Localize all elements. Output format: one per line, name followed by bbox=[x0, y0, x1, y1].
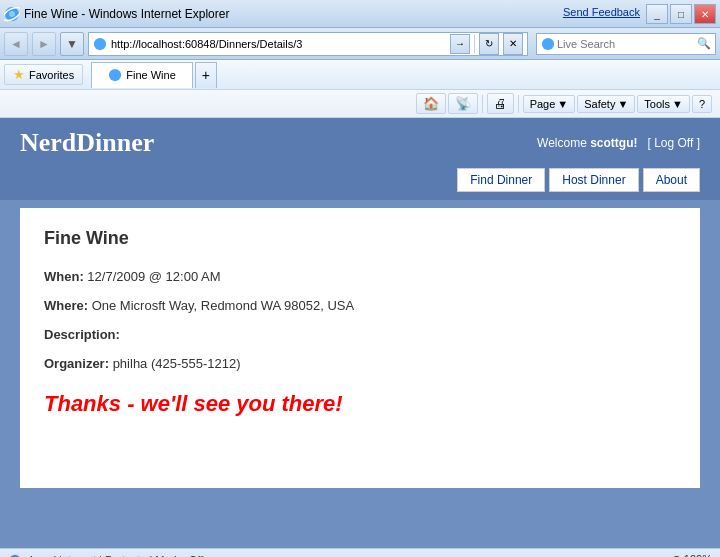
ie-search-icon bbox=[541, 37, 555, 51]
status-bar: i Local intranet | Protected Mode: Off ⊕… bbox=[0, 548, 720, 557]
help-label: ? bbox=[699, 98, 705, 110]
toolbar-separator-2 bbox=[518, 95, 519, 113]
when-label: When: bbox=[44, 269, 84, 284]
navigation-bar: ◄ ► ▼ → ↻ ✕ 🔍 bbox=[0, 28, 720, 60]
when-value: 12/7/2009 @ 12:00 AM bbox=[87, 269, 220, 284]
address-bar: → ↻ ✕ bbox=[88, 32, 528, 56]
site-title: NerdDinner bbox=[20, 128, 154, 158]
tab-bar: Fine Wine + bbox=[91, 62, 716, 88]
protected-mode-icon: i bbox=[8, 553, 22, 558]
tools-menu-btn[interactable]: Tools ▼ bbox=[637, 95, 690, 113]
site-header: NerdDinner Welcome scottgu! [ Log Off ] bbox=[0, 118, 720, 168]
tools-label: Tools bbox=[644, 98, 670, 110]
rss-icon-btn[interactable]: 📡 bbox=[448, 93, 478, 114]
safety-label: Safety bbox=[584, 98, 615, 110]
svg-point-3 bbox=[94, 37, 106, 49]
where-label: Where: bbox=[44, 298, 88, 313]
username: scottgu! bbox=[590, 136, 637, 150]
title-bar: Fine Wine - Windows Internet Explorer Se… bbox=[0, 0, 720, 28]
host-dinner-button[interactable]: Host Dinner bbox=[549, 168, 638, 192]
dinner-title: Fine Wine bbox=[44, 228, 676, 249]
tab-fine-wine[interactable]: Fine Wine bbox=[91, 62, 193, 88]
tab-ie-icon bbox=[108, 68, 122, 82]
dinner-card: Fine Wine When: 12/7/2009 @ 12:00 AM Whe… bbox=[20, 208, 700, 488]
home-icon-btn[interactable]: 🏠 bbox=[416, 93, 446, 114]
nav-buttons: Find Dinner Host Dinner About bbox=[457, 168, 700, 192]
search-magnifier-icon[interactable]: 🔍 bbox=[697, 37, 711, 50]
page-menu-btn[interactable]: Page ▼ bbox=[523, 95, 576, 113]
window-controls: _ □ ✕ bbox=[646, 4, 716, 24]
new-tab-button[interactable]: + bbox=[195, 62, 217, 88]
safety-menu-btn[interactable]: Safety ▼ bbox=[577, 95, 635, 113]
svg-point-5 bbox=[109, 69, 121, 81]
when-field: When: 12/7/2009 @ 12:00 AM bbox=[44, 269, 676, 284]
refresh-button[interactable]: ↻ bbox=[479, 33, 499, 55]
back-button[interactable]: ◄ bbox=[4, 32, 28, 56]
where-value: One Microsft Way, Redmond WA 98052, USA bbox=[92, 298, 355, 313]
command-toolbar: 🏠 📡 🖨 Page ▼ Safety ▼ Tools ▼ ? bbox=[0, 90, 720, 118]
dropdown-icon: ▼ bbox=[66, 37, 78, 51]
svg-point-4 bbox=[542, 37, 554, 49]
search-input[interactable] bbox=[557, 38, 697, 50]
separator bbox=[474, 35, 475, 53]
find-dinner-button[interactable]: Find Dinner bbox=[457, 168, 545, 192]
page-label: Page bbox=[530, 98, 556, 110]
organizer-label: Organizer: bbox=[44, 356, 109, 371]
print-icon-btn[interactable]: 🖨 bbox=[487, 93, 514, 114]
svg-point-2 bbox=[9, 11, 15, 17]
go-button[interactable]: → bbox=[450, 34, 470, 54]
forward-icon: ► bbox=[38, 37, 50, 51]
toolbar-icons: 🏠 📡 🖨 Page ▼ Safety ▼ Tools ▼ ? bbox=[416, 93, 712, 114]
page-scroll-area[interactable]: NerdDinner Welcome scottgu! [ Log Off ] … bbox=[0, 118, 720, 548]
description-field: Description: bbox=[44, 327, 676, 342]
address-input[interactable] bbox=[111, 38, 446, 50]
description-label: Description: bbox=[44, 327, 120, 342]
toolbar-separator-1 bbox=[482, 95, 483, 113]
search-bar: 🔍 bbox=[536, 33, 716, 55]
ie-small-icon bbox=[93, 37, 107, 51]
close-button[interactable]: ✕ bbox=[694, 4, 716, 24]
zoom-level[interactable]: ⊕ 100% bbox=[672, 553, 712, 557]
star-icon: ★ bbox=[13, 67, 25, 82]
nav-buttons-row: Find Dinner Host Dinner About bbox=[0, 168, 720, 200]
help-button[interactable]: ? bbox=[692, 95, 712, 113]
minimize-button[interactable]: _ bbox=[646, 4, 668, 24]
welcome-message: Welcome scottgu! [ Log Off ] bbox=[537, 136, 700, 150]
status-text: Local intranet | Protected Mode: Off bbox=[30, 554, 664, 558]
log-off-link[interactable]: [ Log Off ] bbox=[648, 136, 700, 150]
forward-button[interactable]: ► bbox=[32, 32, 56, 56]
page-wrapper: NerdDinner Welcome scottgu! [ Log Off ] … bbox=[0, 118, 720, 518]
rsvp-message: Thanks - we'll see you there! bbox=[44, 391, 676, 417]
page-content-wrapper: Fine Wine When: 12/7/2009 @ 12:00 AM Whe… bbox=[0, 200, 720, 500]
tab-toolbar: ★ Favorites Fine Wine + bbox=[0, 60, 720, 90]
about-button[interactable]: About bbox=[643, 168, 700, 192]
welcome-prefix: Welcome bbox=[537, 136, 590, 150]
header-right: Welcome scottgu! [ Log Off ] bbox=[537, 136, 700, 150]
favorites-button[interactable]: ★ Favorites bbox=[4, 64, 83, 85]
where-field: Where: One Microsft Way, Redmond WA 9805… bbox=[44, 298, 676, 313]
send-feedback-link[interactable]: Send Feedback bbox=[563, 6, 640, 18]
tools-chevron-icon: ▼ bbox=[672, 98, 683, 110]
main-content-area: NerdDinner Welcome scottgu! [ Log Off ] … bbox=[0, 118, 720, 548]
maximize-button[interactable]: □ bbox=[670, 4, 692, 24]
ie-logo-icon bbox=[4, 6, 20, 22]
safety-chevron-icon: ▼ bbox=[617, 98, 628, 110]
organizer-field: Organizer: philha (425-555-1212) bbox=[44, 356, 676, 371]
dropdown-button[interactable]: ▼ bbox=[60, 32, 84, 56]
stop-button[interactable]: ✕ bbox=[503, 33, 523, 55]
organizer-value: philha (425-555-1212) bbox=[113, 356, 241, 371]
back-icon: ◄ bbox=[10, 37, 22, 51]
page-chevron-icon: ▼ bbox=[557, 98, 568, 110]
